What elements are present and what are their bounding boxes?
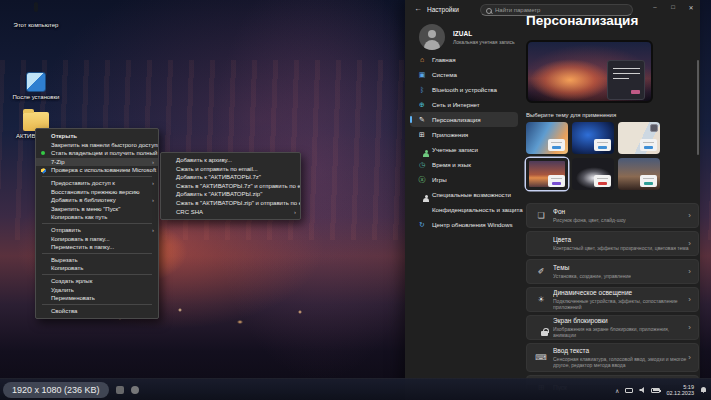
menu-item-open[interactable]: Открыть xyxy=(36,132,158,141)
status-bar-icon[interactable] xyxy=(131,386,139,394)
account-type: Локальная учетная запись xyxy=(453,39,515,45)
menu-separator xyxy=(42,176,152,177)
update-icon: ↻ xyxy=(417,221,427,228)
submenu-item-compress-7z-email[interactable]: Сжать в "АКТИВАТОРЫ.7z" и отправить по e… xyxy=(161,182,300,191)
sidebar-item-apps[interactable]: ⊞Приложения xyxy=(410,127,518,142)
theme-thumbnail-5[interactable] xyxy=(572,158,614,190)
desktop-icon-label: После установки xyxy=(13,94,60,100)
submenu-item-add-to-archive[interactable]: Добавить к архиву... xyxy=(161,156,300,165)
sidebar-item-system[interactable]: ▣Система xyxy=(410,67,518,82)
notification-bell-icon[interactable] xyxy=(700,387,707,394)
theme-picker-label: Выберите тему для применения xyxy=(526,112,616,118)
sidebar-item-personalization[interactable]: ✎Персонализация xyxy=(410,112,518,127)
tray-chevron-up-icon[interactable]: ∧ xyxy=(615,387,619,394)
theme-thumbnail-1[interactable] xyxy=(526,122,568,154)
status-bar-icon[interactable] xyxy=(116,386,124,394)
menu-item-include-in-library[interactable]: Добавить в библиотеку› xyxy=(36,196,158,205)
menu-item-restore-previous[interactable]: Восстановить прежнюю версию xyxy=(36,188,158,197)
system-tray: ∧ 5:19 02.12.2023 xyxy=(615,379,707,400)
settings-window: ← Настройки – □ ✕ IZUAL Локальная учетна… xyxy=(405,0,700,400)
sidebar-item-windows-update[interactable]: ↻Центр обновления Windows xyxy=(410,217,518,232)
settings-app-title: Настройки xyxy=(427,6,459,13)
battery-icon[interactable] xyxy=(651,388,660,393)
search-icon xyxy=(486,8,491,13)
brush-icon: ✎ xyxy=(417,116,427,123)
menu-item-copy-to-folder[interactable]: Копировать в папку... xyxy=(36,235,158,244)
sidebar-item-bluetooth[interactable]: ᛒBluetooth и устройства xyxy=(410,82,518,97)
submenu-item-add-to-zip[interactable]: Добавить к "АКТИВАТОРЫ.zip" xyxy=(161,190,300,199)
theme-picker xyxy=(526,122,662,190)
taskbar: 1920 x 1080 (236 KB) ∧ 5:19 02.12.2023 xyxy=(0,378,711,400)
submenu-arrow-icon: › xyxy=(152,226,154,235)
row-themes[interactable]: ✐ ТемыУстановка, создание, управление › xyxy=(526,259,699,284)
spotlight-badge-icon xyxy=(650,124,658,132)
sidebar-item-privacy[interactable]: Конфиденциальность и защита xyxy=(410,202,518,217)
maximize-button[interactable]: □ xyxy=(664,0,682,14)
menu-item-give-access[interactable]: Предоставить доступ к› xyxy=(36,179,158,188)
theme-thumbnail-4-selected[interactable] xyxy=(526,158,568,190)
menu-item-move-to-folder[interactable]: Переместить в папку... xyxy=(36,243,158,252)
menu-item-delete[interactable]: Удалить xyxy=(36,286,158,295)
scrollbar[interactable] xyxy=(697,60,699,370)
context-menu: Открыть Закрепить на панели быстрого дос… xyxy=(35,128,159,319)
sidebar-item-gaming[interactable]: ⓧИгры xyxy=(410,172,518,187)
submenu-arrow-icon: › xyxy=(294,208,296,217)
menu-item-copy[interactable]: Копировать xyxy=(36,264,158,273)
row-text-input[interactable]: ⌨ Ввод текстаСенсорная клавиатура, голос… xyxy=(526,343,699,372)
close-button[interactable]: ✕ xyxy=(682,0,700,14)
menu-separator xyxy=(42,274,152,275)
apps-grid-icon: ⊞ xyxy=(417,131,427,138)
menu-item-cut[interactable]: Вырезать xyxy=(36,256,158,265)
menu-item-create-shortcut[interactable]: Создать ярлык xyxy=(36,277,158,286)
sidebar-item-accounts[interactable]: Учетные записи xyxy=(410,142,518,157)
menu-item-send-to[interactable]: Отправить› xyxy=(36,226,158,235)
submenu-item-add-to-7z[interactable]: Добавить к "АКТИВАТОРЫ.7z" xyxy=(161,173,300,182)
sidebar-item-accessibility[interactable]: Специальные возможности xyxy=(410,187,518,202)
menu-item-rename[interactable]: Переименовать xyxy=(36,294,158,303)
minimize-button[interactable]: – xyxy=(646,0,664,14)
menu-item-pin-quick-access[interactable]: Закрепить на панели быстрого доступа xyxy=(36,141,158,150)
account-header[interactable]: IZUAL Локальная учетная запись xyxy=(419,24,515,50)
home-icon: ⌂ xyxy=(417,56,427,63)
sidebar-item-home[interactable]: ⌂Главная xyxy=(410,52,518,67)
menu-separator xyxy=(42,223,152,224)
theme-thumbnail-3[interactable] xyxy=(618,122,660,154)
sidebar-item-network[interactable]: ⊕Сеть и Интернет xyxy=(410,97,518,112)
menu-item-take-ownership[interactable]: Стать владельцем и получить полный досту… xyxy=(36,149,158,158)
desktop-icon-this-pc[interactable]: Этот компьютер xyxy=(7,4,65,29)
preview-accent-button xyxy=(631,90,640,94)
volume-icon[interactable] xyxy=(639,387,645,393)
touch-keyboard-icon[interactable] xyxy=(625,388,633,393)
screen: Этот компьютер После установки АКТИВАТОР… xyxy=(0,0,711,400)
menu-item-defender-scan[interactable]: Проверка с использованием Microsoft Defe… xyxy=(36,166,158,175)
image-info-bar: 1920 x 1080 (236 KB) xyxy=(3,382,109,398)
back-arrow-icon[interactable]: ← xyxy=(414,4,422,13)
image-dimensions-text: 1920 x 1080 (236 KB) xyxy=(12,385,100,395)
chevron-right-icon: › xyxy=(688,353,691,362)
row-colors[interactable]: ЦветаКонтрастный цвет, эффекты прозрачно… xyxy=(526,231,699,256)
menu-item-pin-to-start[interactable]: Закрепить в меню "Пуск" xyxy=(36,205,158,214)
submenu-item-compress-email[interactable]: Сжать и отправить по email... xyxy=(161,165,300,174)
wallpaper-preview xyxy=(526,40,653,103)
lighting-icon: ☀ xyxy=(535,296,547,304)
globe-icon: ⊕ xyxy=(417,101,427,108)
xbox-icon: ⓧ xyxy=(417,176,427,183)
system-icon: ▣ xyxy=(417,71,427,78)
sidebar-item-time-language[interactable]: ◷Время и язык xyxy=(410,157,518,172)
submenu-item-crc-sha[interactable]: CRC SHA› xyxy=(161,208,300,217)
defender-shield-icon xyxy=(41,168,46,174)
submenu-item-compress-zip-email[interactable]: Сжать в "АКТИВАТОРЫ.zip" и отправить по … xyxy=(161,199,300,208)
chevron-right-icon: › xyxy=(688,239,691,248)
menu-item-7zip[interactable]: 7-Zip› xyxy=(36,158,158,167)
menu-item-copy-as-path[interactable]: Копировать как путь xyxy=(36,213,158,222)
menu-item-properties[interactable]: Свойства xyxy=(36,307,158,316)
desktop-icon-after-install[interactable]: После установки xyxy=(7,72,65,101)
row-lock-screen[interactable]: Экран блокировкиИзображения на экране бл… xyxy=(526,315,699,340)
row-background[interactable]: ❏ ФонРисунок фона, цвет, слайд-шоу › xyxy=(526,203,699,228)
theme-thumbnail-2[interactable] xyxy=(572,122,614,154)
row-dynamic-lighting[interactable]: ☀ Динамическое освещениеПодключенные уст… xyxy=(526,287,699,312)
theme-thumbnail-6[interactable] xyxy=(618,158,660,190)
scrollbar-thumb[interactable] xyxy=(697,60,699,155)
taskbar-clock[interactable]: 5:19 02.12.2023 xyxy=(666,384,694,397)
chevron-right-icon: › xyxy=(688,267,691,276)
